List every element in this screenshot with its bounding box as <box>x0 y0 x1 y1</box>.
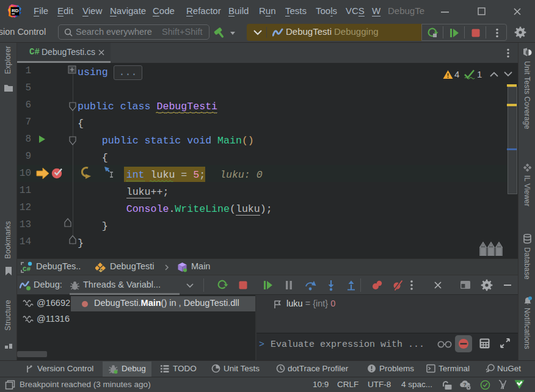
svg-text:RD: RD <box>12 8 19 13</box>
svg-text:C#: C# <box>23 266 31 273</box>
svg-text:?: ? <box>463 382 467 388</box>
